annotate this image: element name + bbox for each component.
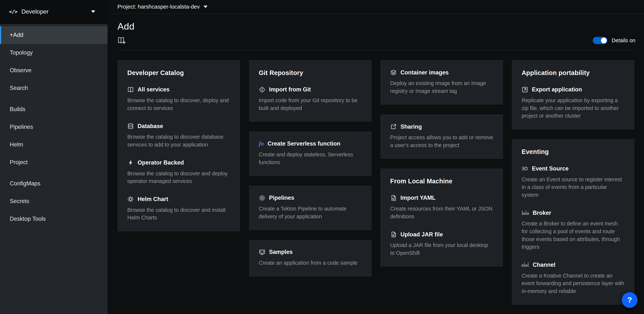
item-label: Broker: [533, 210, 551, 216]
monitor-icon: [259, 249, 265, 255]
card-title: Application portability: [522, 69, 624, 76]
item-description: Browse the catalog to discover and insta…: [127, 206, 230, 222]
sidebar-item-helm[interactable]: Helm: [0, 136, 108, 153]
add-page-grid: Developer CatalogAll servicesBrowse the …: [118, 60, 635, 305]
add-item-database[interactable]: DatabaseBrowse the catalog to discover d…: [127, 123, 230, 149]
perspective-switcher[interactable]: </> Developer: [0, 0, 108, 24]
item-label-row: Container images: [390, 69, 493, 76]
add-card-eventing: EventingEvent SourceCreate an Event sour…: [512, 139, 634, 305]
item-description: Create resources from their YAML or JSON…: [390, 205, 493, 220]
item-label-row: Operator Backed: [127, 159, 230, 166]
item-label: Database: [138, 123, 163, 130]
item-description: Deploy an existing Image from an Image r…: [390, 79, 493, 95]
item-label-row: Channel: [522, 262, 624, 268]
card-column: Developer CatalogAll servicesBrowse the …: [118, 60, 240, 232]
item-description: Create and deploy stateless, Serverless …: [259, 151, 362, 166]
event-source-icon: [522, 165, 528, 172]
item-label: Container images: [400, 69, 449, 76]
project-selector[interactable]: Project: harshcasper-localsta-dev: [108, 0, 644, 14]
add-item-operator-backed[interactable]: Operator BackedBrowse the catalog to dis…: [127, 159, 230, 185]
card-title: Eventing: [522, 148, 624, 155]
sidebar-item-secrets[interactable]: Secrets: [0, 192, 108, 210]
add-item-helm-chart[interactable]: Helm ChartBrowse the catalog to discover…: [127, 196, 230, 222]
main-area: Project: harshcasper-localsta-dev Add De…: [108, 0, 644, 314]
caret-down-icon: [204, 5, 208, 8]
add-item-samples[interactable]: SamplesCreate an application from a code…: [259, 249, 362, 267]
console-window: </> Developer +AddTopologyObserveSearchB…: [0, 0, 644, 314]
item-label: Import YAML: [400, 195, 436, 201]
item-description: Upload a JAR file from your local deskto…: [390, 241, 493, 257]
item-label: Import from Git: [269, 86, 311, 93]
sidebar: </> Developer +AddTopologyObserveSearchB…: [0, 0, 108, 314]
sidebar-group: BuildsPipelinesHelmProject: [0, 100, 108, 171]
item-label: Create Serverless function: [268, 140, 340, 147]
perspective-label: Developer: [22, 8, 49, 15]
item-description: Create a Knative Channel to create an ev…: [522, 272, 624, 295]
help-button[interactable]: ?: [622, 292, 638, 308]
add-item-broker[interactable]: BrokerCreate a Broker to define an event…: [522, 210, 624, 251]
sidebar-group: ConfigMapsSecretsDesktop Tools: [0, 175, 108, 228]
add-item-channel[interactable]: ChannelCreate a Knative Channel to creat…: [522, 262, 624, 295]
add-card-pipelines: PipelinesCreate a Tekton Pipeline to aut…: [249, 186, 372, 230]
add-card-samples: SamplesCreate an application from a code…: [249, 240, 372, 277]
caret-down-icon: [91, 10, 95, 13]
item-description: Browse the catalog to discover database …: [127, 133, 230, 149]
channel-icon: [522, 262, 529, 268]
gear-icon: [259, 195, 265, 201]
item-label-row: Export application: [522, 86, 624, 93]
sidebar-item-topology[interactable]: Topology: [0, 44, 108, 62]
git-icon: [259, 86, 265, 93]
add-card-create-serverless-function: fnCreate Serverless functionCreate and d…: [249, 131, 372, 176]
item-label-row: Samples: [259, 249, 362, 255]
item-label-row: Event Source: [522, 165, 624, 172]
book-plus-icon[interactable]: [118, 36, 126, 44]
add-item-container-images[interactable]: Container imagesDeploy an existing Image…: [390, 69, 493, 95]
card-column: Application portabilityExport applicatio…: [512, 60, 634, 305]
sidebar-item-configmaps[interactable]: ConfigMaps: [0, 175, 108, 192]
bolt-icon: [127, 159, 134, 166]
details-toggle[interactable]: [593, 37, 608, 44]
add-item-sharing[interactable]: SharingProject access allows you to add …: [390, 123, 493, 149]
item-label: Event Source: [532, 165, 568, 172]
card-title: From Local Machine: [390, 178, 493, 185]
sidebar-item-add[interactable]: +Add: [0, 26, 108, 44]
add-item-export-application[interactable]: Export applicationReplicate your applica…: [522, 86, 624, 120]
item-description: Project access allows you to add or remo…: [390, 134, 493, 149]
file-icon: [390, 231, 397, 238]
add-item-import-from-git[interactable]: Import from GitImport code from your Git…: [259, 86, 362, 112]
add-item-all-services[interactable]: All servicesBrowse the catalog to discov…: [127, 86, 230, 112]
item-description: Browse the catalog to discover and deplo…: [127, 170, 230, 185]
add-item-pipelines[interactable]: PipelinesCreate a Tekton Pipeline to aut…: [259, 195, 362, 220]
sidebar-item-observe[interactable]: Observe: [0, 61, 108, 79]
add-item-import-yaml[interactable]: Import YAMLCreate resources from their Y…: [390, 195, 493, 220]
database-icon: [127, 123, 134, 129]
item-description: Create a Tekton Pipeline to automate del…: [259, 205, 362, 220]
project-selector-label: Project: harshcasper-localsta-dev: [118, 3, 200, 10]
sidebar-item-pipelines[interactable]: Pipelines: [0, 118, 108, 136]
sidebar-item-project[interactable]: Project: [0, 153, 108, 171]
page-header: Add Details on: [118, 14, 635, 50]
add-item-event-source[interactable]: Event SourceCreate an Event source to re…: [522, 165, 624, 199]
card-column: Git RepositoryImport from GitImport code…: [249, 60, 372, 277]
code-icon: </>: [9, 9, 17, 14]
add-item-create-serverless-function[interactable]: fnCreate Serverless functionCreate and d…: [259, 140, 362, 166]
item-description: Create an Event source to register inter…: [522, 176, 624, 199]
sidebar-item-search[interactable]: Search: [0, 79, 108, 97]
item-label: Export application: [532, 86, 582, 93]
sidebar-item-desktop-tools[interactable]: Desktop Tools: [0, 210, 108, 228]
item-description: Browse the catalog to discover, deploy a…: [127, 97, 230, 112]
item-label: Pipelines: [269, 195, 294, 201]
add-item-upload-jar-file[interactable]: Upload JAR fileUpload a JAR file from yo…: [390, 231, 493, 257]
item-label: Samples: [269, 249, 293, 255]
add-card-developer-catalog: Developer CatalogAll servicesBrowse the …: [118, 60, 240, 232]
sidebar-item-builds[interactable]: Builds: [0, 100, 108, 118]
layers-icon: [390, 69, 397, 76]
broker-icon: [522, 210, 529, 216]
item-label: Sharing: [400, 123, 422, 130]
item-description: Import code from your Git repository to …: [259, 97, 362, 112]
details-toggle-label: Details on: [612, 37, 635, 43]
item-label-row: Import from Git: [259, 86, 362, 93]
item-description: Create a Broker to define an event mesh …: [522, 220, 624, 251]
card-title: Developer Catalog: [127, 69, 230, 76]
card-title: Git Repository: [259, 69, 362, 76]
